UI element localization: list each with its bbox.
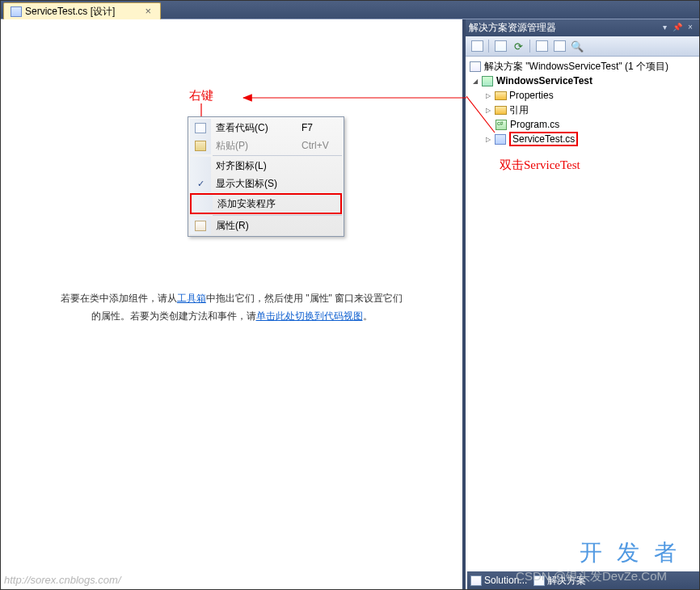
close-panel-icon[interactable]: ×	[685, 23, 696, 34]
solution-explorer-toolbar: ⟳ 🔍	[466, 36, 699, 57]
expander-open-icon[interactable]: ◢	[470, 77, 479, 86]
menu-item-paste[interactable]: 粘贴(P) Ctrl+V	[190, 137, 342, 154]
solution-explorer-header: 解决方案资源管理器 ▾ 📌 ×	[466, 19, 699, 36]
component-icon	[11, 6, 22, 17]
check-icon: ✓	[197, 179, 205, 189]
tab-title: ServiceTest.cs [设计]	[25, 5, 115, 19]
menu-separator	[213, 215, 342, 216]
component-icon	[495, 134, 506, 145]
annotation-double-click: 双击ServiceTest	[500, 158, 699, 173]
tree-project-node[interactable]: ◢ WindowsServiceTest	[467, 74, 698, 88]
highlighted-file: ServiceTest.cs	[509, 132, 578, 146]
show-all-button[interactable]	[492, 38, 508, 54]
menu-separator	[213, 155, 342, 156]
tree-properties-node[interactable]: ▷ Properties	[467, 88, 698, 103]
menu-item-large-icons[interactable]: ✓ 显示大图标(S)	[190, 175, 342, 192]
close-icon[interactable]: ×	[142, 6, 154, 17]
watermark-csdn: CSDN @银头发DevZe.CoM	[516, 569, 667, 584]
references-icon	[495, 106, 507, 115]
designer-surface[interactable]: 右键 查看代码(C) F7 粘贴(P) Ctrl+V	[1, 19, 466, 589]
tree-program-node[interactable]: Program.cs	[467, 117, 698, 132]
view-code-button[interactable]	[533, 38, 550, 54]
solution-tree[interactable]: 解决方案 "WindowsServiceTest" (1 个项目) ◢ Wind…	[466, 57, 699, 589]
pin-icon[interactable]: 📌	[672, 23, 683, 34]
solution-icon	[470, 575, 482, 586]
watermark-dev: 开发者	[580, 537, 691, 568]
csharp-file-icon	[495, 120, 507, 130]
context-menu: 查看代码(C) F7 粘贴(P) Ctrl+V 对齐图标(L) ✓ 显示大图标(…	[188, 116, 344, 237]
menu-item-view-code[interactable]: 查看代码(C) F7	[190, 119, 342, 137]
folder-icon	[495, 91, 507, 100]
solution-icon	[470, 61, 481, 72]
menu-item-add-installer[interactable]: 添加安装程序	[192, 195, 340, 213]
expander-closed-icon[interactable]: ▷	[483, 106, 492, 115]
refresh-button[interactable]: ⟳	[510, 38, 526, 54]
annotation-right-click: 右键	[189, 88, 213, 103]
watermark-url: http://sorex.cnblogs.com/	[4, 574, 121, 586]
toolbox-link[interactable]: 工具箱	[177, 293, 206, 304]
designer-hint-text: 若要在类中添加组件，请从工具箱中拖出它们，然后使用 "属性" 窗口来设置它们 的…	[9, 290, 454, 325]
expander-closed-icon[interactable]: ▷	[483, 135, 492, 144]
code-icon	[195, 123, 206, 133]
solution-explorer-panel: 解决方案资源管理器 ▾ 📌 × ⟳ 🔍 解决方案 "WindowsService…	[466, 19, 699, 589]
tree-references-node[interactable]: ▷ 引用	[467, 103, 698, 117]
project-icon	[482, 76, 493, 86]
tree-solution-node[interactable]: 解决方案 "WindowsServiceTest" (1 个项目)	[467, 59, 698, 74]
menu-item-align-icons[interactable]: 对齐图标(L)	[190, 157, 342, 175]
paste-icon	[195, 141, 206, 151]
panel-title: 解决方案资源管理器	[469, 21, 556, 35]
view-designer-button[interactable]	[551, 38, 567, 54]
document-tab-active[interactable]: ServiceTest.cs [设计] ×	[3, 2, 161, 19]
properties-button[interactable]	[469, 38, 485, 54]
properties-icon	[195, 221, 206, 231]
expander-closed-icon[interactable]: ▷	[483, 91, 492, 100]
switch-code-view-link[interactable]: 单击此处切换到代码视图	[256, 310, 363, 322]
dropdown-icon[interactable]: ▾	[659, 23, 670, 34]
document-tab-strip: ServiceTest.cs [设计] ×	[1, 1, 699, 19]
menu-item-properties[interactable]: 属性(R)	[190, 217, 342, 234]
view-class-button[interactable]: 🔍	[569, 38, 585, 54]
tree-servicetest-node[interactable]: ▷ ServiceTest.cs	[467, 132, 698, 146]
